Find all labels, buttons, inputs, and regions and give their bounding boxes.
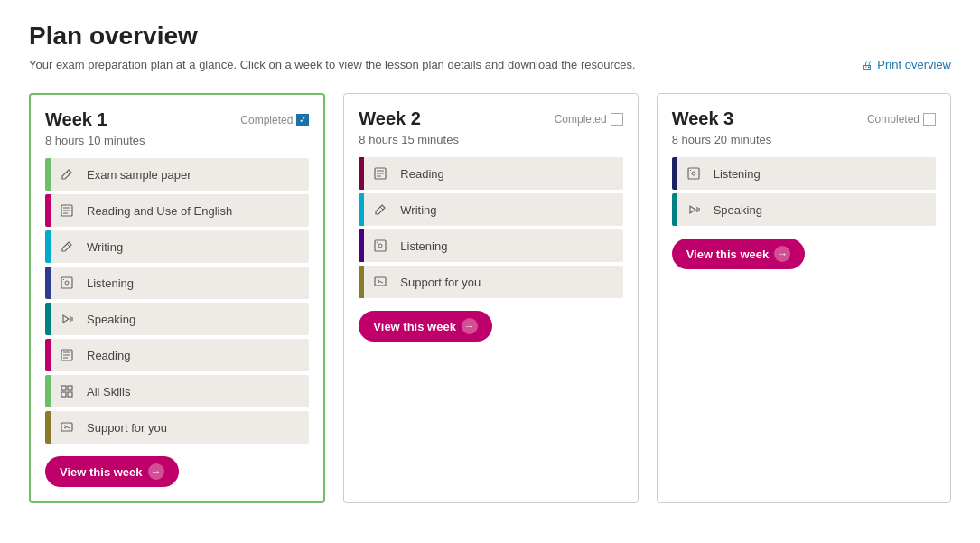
week-card-1[interactable]: Week 1Completed 8 hours 10 minutesExam s… [29,93,325,503]
svg-point-7 [65,281,69,285]
lesson-label: Reading and Use of English [83,197,236,225]
lesson-icon [51,167,83,182]
lesson-label: Writing [83,233,126,261]
lesson-label: Support for you [83,414,171,442]
svg-line-34 [690,170,691,171]
lesson-item[interactable]: Reading [45,339,309,371]
lesson-label: Reading [397,160,447,188]
lesson-item[interactable]: Listening [359,229,622,262]
svg-rect-6 [61,277,72,288]
lesson-icon [51,312,83,326]
view-btn-label: View this week [686,248,770,261]
lesson-item[interactable]: All Skills [45,375,309,407]
lesson-icon [51,420,83,435]
lesson-label: All Skills [83,378,134,406]
lesson-label: Reading [83,342,134,370]
svg-rect-27 [375,240,386,251]
svg-marker-9 [63,315,69,323]
svg-line-26 [380,207,383,210]
week-card-2[interactable]: Week 2Completed 8 hours 15 minutesReadin… [343,93,638,503]
lesson-item[interactable]: Writing [359,193,622,226]
week-2-completed-checkbox[interactable] [611,113,623,126]
view-btn-arrow-icon: → [148,463,164,480]
week-2-view-button[interactable]: View this week→ [359,311,492,342]
svg-point-33 [692,172,695,175]
lesson-label: Listening [397,232,451,260]
week-1-title: Week 1 [45,109,107,130]
svg-rect-32 [688,168,699,179]
lesson-item[interactable]: Reading [359,157,622,190]
svg-rect-17 [68,386,72,390]
view-btn-label: View this week [373,320,456,333]
svg-line-29 [377,242,378,243]
svg-point-21 [64,426,66,427]
lesson-item[interactable]: Speaking [45,303,309,335]
lesson-item[interactable]: Listening [672,157,936,190]
week-1-duration: 8 hours 10 minutes [45,134,309,147]
week-3-duration: 8 hours 20 minutes [672,133,936,146]
week-card-3[interactable]: Week 3Completed 8 hours 20 minutesListen… [657,93,951,503]
lesson-item[interactable]: Reading and Use of English [45,194,309,227]
svg-line-5 [67,244,70,247]
lesson-item[interactable]: Speaking [672,193,936,226]
lesson-item[interactable]: Listening [45,267,309,299]
lesson-item[interactable]: Writing [45,230,309,263]
weeks-container: Week 1Completed 8 hours 10 minutesExam s… [29,93,951,503]
view-btn-arrow-icon: → [462,318,478,334]
week-2-title: Week 2 [359,108,421,129]
svg-point-28 [378,244,382,248]
lesson-label: Speaking [710,196,766,224]
week-3-lesson-list: ListeningSpeaking [672,157,936,226]
lesson-label: Listening [83,269,137,297]
week-1-lesson-list: Exam sample paperReading and Use of Engl… [45,158,309,444]
subtitle-row: Your exam preparation plan at a glance. … [29,58,951,71]
lesson-item[interactable]: Support for you [359,266,622,298]
lesson-icon [51,384,83,398]
page-subtitle: Your exam preparation plan at a glance. … [29,58,636,71]
lesson-icon [677,202,710,217]
lesson-item[interactable]: Exam sample paper [45,158,309,191]
lesson-icon [51,239,83,254]
lesson-icon [51,348,83,362]
lesson-label: Support for you [397,268,484,296]
lesson-label: Speaking [83,305,139,333]
svg-rect-16 [61,386,66,390]
lesson-icon [51,203,83,218]
lesson-label: Listening [710,160,764,188]
svg-rect-19 [68,392,72,397]
printer-icon: 🖨 [862,58,873,71]
lesson-icon [364,202,397,217]
svg-point-31 [378,280,379,282]
print-overview-link[interactable]: 🖨 Print overview [862,58,951,71]
week-3-completed-checkbox[interactable] [923,113,936,126]
week-3-view-button[interactable]: View this week→ [672,239,806,269]
week-2-lesson-list: ReadingWritingListeningSupport for you [359,157,622,298]
view-btn-label: View this week [60,465,143,479]
page-title: Plan overview [29,22,951,51]
week-1-completed-label: Completed [240,114,309,126]
lesson-label: Exam sample paper [83,161,195,189]
svg-rect-18 [61,392,66,397]
lesson-icon [364,239,397,253]
lesson-icon [364,275,397,289]
week-1-completed-checkbox[interactable] [296,114,309,126]
svg-marker-35 [690,206,695,213]
lesson-icon [51,276,83,290]
view-btn-arrow-icon: → [774,246,790,262]
svg-line-8 [63,279,64,280]
lesson-icon [677,166,710,181]
lesson-label: Writing [397,196,440,224]
svg-line-0 [67,172,70,174]
week-2-completed-label: Completed [555,113,623,126]
lesson-item[interactable]: Support for you [45,411,309,444]
week-3-title: Week 3 [672,108,734,129]
week-2-duration: 8 hours 15 minutes [359,133,622,146]
week-1-view-button[interactable]: View this week→ [45,456,179,487]
week-3-completed-label: Completed [867,113,936,126]
lesson-icon [364,166,397,181]
